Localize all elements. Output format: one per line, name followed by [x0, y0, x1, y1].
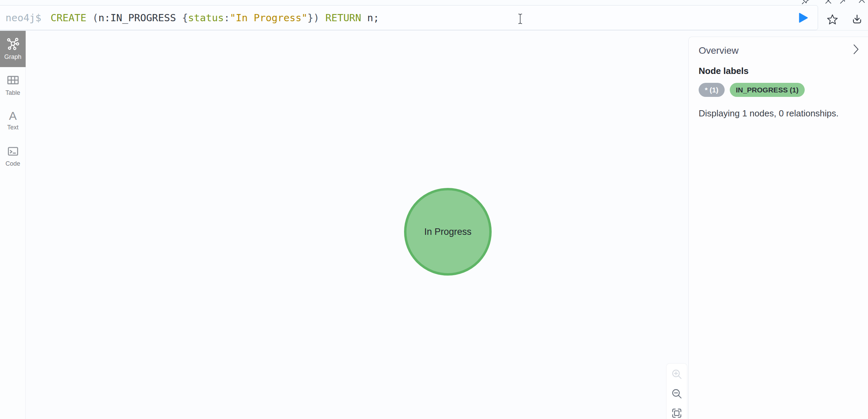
query-token: ): [313, 12, 319, 24]
graph-icon: [6, 37, 20, 51]
node-labels-heading: Node labels: [699, 66, 749, 76]
download-result-button[interactable]: [849, 11, 865, 28]
code-icon: [7, 145, 20, 158]
query-token: [361, 12, 367, 24]
close-frame-button[interactable]: [823, 0, 833, 6]
prompt-label: neo4j$: [5, 12, 41, 24]
zoom-in-button[interactable]: [670, 368, 683, 380]
favorite-query-button[interactable]: [824, 11, 841, 28]
query-token: {: [182, 12, 188, 24]
play-icon: [796, 12, 809, 24]
editor-toolbar: neo4j$ CREATE (n:IN_PROGRESS {status:"In…: [0, 0, 868, 30]
text-ibeam-cursor: [518, 13, 523, 24]
fit-to-screen-icon: [671, 407, 683, 419]
query-token: n:IN_PROGRESS: [98, 12, 176, 24]
graph-node-label: In Progress: [424, 227, 471, 237]
result-summary: Displaying 1 nodes, 0 relationships.: [699, 108, 839, 119]
tab-text-label: Text: [7, 124, 18, 131]
query-token: "In Progress": [230, 12, 308, 24]
zoom-in-icon: [671, 368, 683, 380]
text-icon: A: [9, 110, 17, 122]
fit-to-screen-button[interactable]: [670, 407, 683, 419]
close-icon: [824, 0, 833, 5]
query-token: CREATE: [51, 12, 87, 24]
query-token: RETURN: [325, 12, 361, 24]
expand-icon: [838, 0, 847, 5]
zoom-out-button[interactable]: [670, 388, 683, 400]
query-token: (: [92, 12, 98, 24]
collapse-panel-button[interactable]: [852, 43, 860, 56]
tab-graph-label: Graph: [4, 53, 21, 61]
tab-text[interactable]: A Text: [0, 103, 26, 138]
query-token: n;: [367, 12, 379, 24]
query-token: :: [224, 12, 230, 24]
chevron-right-icon: [852, 43, 860, 55]
run-query-button[interactable]: [795, 10, 810, 25]
query-token: [176, 12, 182, 24]
canvas-zoom-controls: [666, 363, 687, 419]
node-label-badges: * (1)IN_PROGRESS (1): [699, 83, 805, 97]
collapse-frame-button[interactable]: [857, 0, 867, 6]
tab-table[interactable]: Table: [0, 67, 26, 103]
neo4j-browser-frame: neo4j$ CREATE (n:IN_PROGRESS {status:"In…: [0, 0, 868, 419]
query-token: [87, 12, 92, 24]
zoom-out-icon: [671, 388, 683, 400]
collapse-icon: [857, 0, 866, 5]
graph-node[interactable]: In Progress: [404, 188, 492, 276]
pin-icon: [801, 0, 810, 5]
cypher-editor-input[interactable]: neo4j$ CREATE (n:IN_PROGRESS {status:"In…: [0, 5, 818, 30]
query-token: }: [308, 12, 313, 24]
download-icon: [851, 13, 863, 26]
star-icon: [826, 13, 839, 26]
tab-table-label: Table: [5, 89, 20, 97]
query-token: status: [188, 12, 224, 24]
pin-frame-button[interactable]: [800, 0, 811, 6]
cypher-query[interactable]: CREATE (n:IN_PROGRESS {status:"In Progre…: [51, 12, 379, 24]
node-label-badge[interactable]: IN_PROGRESS (1): [730, 83, 805, 97]
tab-code[interactable]: Code: [0, 138, 26, 174]
panel-title: Overview: [699, 45, 739, 56]
fullscreen-frame-button[interactable]: [838, 0, 848, 6]
tab-graph[interactable]: Graph: [0, 31, 26, 67]
view-switcher-sidebar: Graph Table A Text Code: [0, 31, 26, 419]
node-label-badge[interactable]: * (1): [699, 83, 725, 97]
tab-code-label: Code: [5, 160, 20, 167]
query-token: [320, 12, 325, 24]
overview-panel: Overview Node labels * (1)IN_PROGRESS (1…: [688, 37, 868, 419]
table-icon: [6, 73, 20, 87]
